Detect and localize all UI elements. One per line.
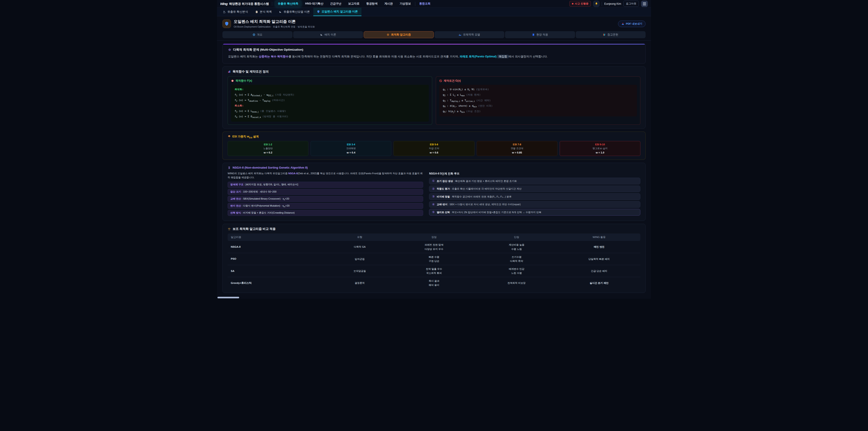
table-row-sa: SA 모의담금질 전역 탈출 우수국소최적 회피 매개변수 민감느린 수렴 긴급… bbox=[228, 265, 640, 277]
divider bbox=[217, 40, 651, 41]
nav-item-reports[interactable]: 보고자료 bbox=[345, 0, 362, 7]
app-logo[interactable]: Wing 해양환경 위기대응 통합시스템 bbox=[220, 2, 269, 6]
col-wing-usage: WING 활용 bbox=[558, 234, 640, 241]
esi-weight-value: w = 0.2 bbox=[229, 151, 307, 154]
esi-shore-type: 모래해변 bbox=[312, 147, 390, 150]
esi-card-5-6: ESI 5-6 자갈·조약 w = 0.6 bbox=[394, 141, 474, 156]
esi-card-3-4: ESI 3-4 모래해변 w = 0.4 bbox=[311, 141, 391, 156]
app-title: 해양환경 위기대응 통합시스템 bbox=[229, 2, 269, 6]
triangle-ruler-icon bbox=[320, 33, 323, 36]
esi-card-7-8: ESI 7-8 갯벌·조간대 w = 0.85 bbox=[477, 141, 557, 156]
wing-usage: 메인 엔진 bbox=[558, 241, 640, 253]
col-cons: 단점 bbox=[475, 234, 558, 241]
pdf-export-button[interactable]: PDF 내보내기 bbox=[618, 21, 646, 27]
tab-label: 배치 이론 bbox=[324, 33, 336, 37]
horizontal-scrollbar[interactable] bbox=[217, 297, 239, 298]
hamburger-menu-button[interactable] bbox=[641, 1, 648, 7]
incident-status-badge[interactable]: 사고 진행중 bbox=[569, 1, 591, 6]
algorithm-comparison-table: 알고리즘 유형 장점 단점 WING 활용 NSGA-II 다목적 GA 파레토… bbox=[228, 234, 640, 289]
algorithm-pros: 전역 탈출 우수국소최적 회피 bbox=[393, 265, 475, 277]
page-header: 오일펜스 배치 최적화 알고리즘 이론 Oil Boom Deployment … bbox=[217, 16, 651, 31]
nav-item-emergency-rescue[interactable]: 긴급구난 bbox=[327, 0, 344, 7]
tab-field-application[interactable]: 현장 적용 bbox=[505, 31, 575, 38]
algorithm-type: 모의담금질 bbox=[327, 265, 393, 277]
constraints-title: 제약조건 G(x) bbox=[439, 79, 637, 83]
page-subtitle: Oil Boom Deployment Optimization · 유출유 확… bbox=[234, 25, 315, 29]
main-menu: 유출유 확산예측 HNS·대기확산 긴급구난 보고자료 항공탐색 게시판 기상정… bbox=[275, 0, 433, 7]
hamburger-icon bbox=[643, 2, 646, 3]
constraints-code: g1 : U·sin(θi) ≤ Uc ∀i (임계유속) g2 : Σ Lj … bbox=[439, 85, 637, 116]
wing-logo-icon: Wing bbox=[220, 2, 228, 6]
tab-label: 유출유확산모델 이론 bbox=[283, 10, 310, 14]
tab-analysis-list[interactable]: 분석 목록 bbox=[252, 8, 275, 16]
nav-item-aerial-search[interactable]: 항공탐색 bbox=[364, 0, 380, 7]
nav-item-weather[interactable]: 기상정보 bbox=[397, 0, 414, 7]
algorithm-cons: 매개변수 민감느린 수렴 bbox=[475, 265, 558, 277]
nav-item-integrated-search[interactable]: 통합조회 bbox=[416, 0, 433, 7]
download-icon bbox=[621, 22, 624, 25]
notifications-button[interactable] bbox=[593, 1, 599, 7]
tab-overview[interactable]: 개요 bbox=[222, 31, 292, 38]
tab-boom-deployment-theory[interactable]: 오일펜스 배치 알고리즘 이론 bbox=[313, 8, 361, 16]
esi-shore-type: 갯벌·조간대 bbox=[478, 147, 556, 150]
intro-section-title: 다목적 최적화 문제 (Multi-Objective Optimization… bbox=[228, 48, 640, 52]
formula-g1: g1 : U·sin(θi) ≤ Uc ∀i (임계유속) bbox=[443, 87, 633, 92]
user-name: Eunjeong Kim bbox=[604, 2, 621, 5]
nsga2-section-title: NSGA-II (Non-dominated Sorting Genetic A… bbox=[228, 166, 423, 169]
evolution-loop-title: NSGA-II 5단계 진화 루프 bbox=[429, 172, 640, 176]
beach-umbrella-icon bbox=[228, 135, 231, 138]
formula-g2: g2 : Σ Lj ≤ Lmax (자원 한계) bbox=[443, 92, 633, 98]
logout-button[interactable]: 로그아웃 bbox=[623, 1, 639, 7]
formula-f1: f1 (x) = Σ Ablocked,i · wESI,i (가중 차단면적) bbox=[235, 92, 425, 98]
esi-shore-type: 노출암반 bbox=[229, 147, 307, 150]
bell-icon bbox=[595, 2, 598, 5]
tab-optimization-algorithm[interactable]: 최적화 알고리즘 bbox=[364, 31, 434, 38]
tab-deployment-theory[interactable]: 배치 이론 bbox=[293, 31, 363, 38]
table-header-row: 알고리즘 유형 장점 단점 WING 활용 bbox=[228, 234, 640, 241]
algorithm-pros: 빠른 수렴구현 단순 bbox=[393, 253, 475, 265]
books-icon bbox=[603, 33, 606, 36]
algorithm-name: NSGA-II bbox=[228, 241, 327, 253]
tab-oil-spill-analysis[interactable]: 유출유 확산분석 bbox=[219, 8, 252, 16]
esi-card-9-10: ESI 9-10 맹그로브·습지 w = 1.0 bbox=[560, 141, 640, 156]
wing-usage: 긴급 단순 배치 bbox=[558, 265, 640, 277]
tab-references[interactable]: 참고문헌 bbox=[576, 31, 646, 38]
formula-f2: f2 (x) = Tdeadline - Tdeploy (여유시간) bbox=[235, 98, 425, 103]
esi-range: ESI 9-10 bbox=[561, 143, 639, 146]
sub-tab-bar: 유출유 확산분석 분석 목록 유출유확산모델 이론 오일펜스 배치 알고리즘 이… bbox=[217, 8, 651, 16]
esi-range: ESI 3-4 bbox=[312, 143, 390, 146]
objectives-section-title: 목적함수 및 제약조건 정의 bbox=[228, 70, 640, 74]
tab-label: 현장 적용 bbox=[536, 33, 548, 37]
top-navigation: Wing 해양환경 위기대응 통합시스템 유출유 확산예측 HNS·대기확산 긴… bbox=[217, 0, 651, 8]
algorithm-cons: 조기수렴다목적 취약 bbox=[475, 253, 558, 265]
highlight-nsga2: NSGA-II bbox=[288, 172, 298, 175]
esi-section-title: ESI 가중치 wESI 설계 bbox=[228, 135, 640, 139]
dna-icon bbox=[228, 166, 231, 169]
multi-objective-intro-card: 다목적 최적화 문제 (Multi-Objective Optimization… bbox=[222, 43, 646, 63]
minimize-label: 최소화: bbox=[235, 103, 425, 109]
page-title: 오일펜스 배치 최적화 알고리즘 이론 bbox=[234, 19, 315, 24]
tab-label: 유체역학 모델 bbox=[463, 33, 480, 37]
tab-diffusion-model-theory[interactable]: 유출유확산모델 이론 bbox=[275, 8, 313, 16]
microscope-icon bbox=[223, 10, 226, 13]
highlight-pareto-optimal: 파레토 최적(Pareto Optimal) bbox=[460, 55, 496, 58]
tab-hydrodynamics-model[interactable]: 유체역학 모델 bbox=[434, 31, 504, 38]
esi-weight-value: w = 1.0 bbox=[561, 151, 639, 154]
esi-card-1-2: ESI 1-2 노출암반 w = 0.2 bbox=[228, 141, 308, 156]
bar-chart-icon bbox=[228, 70, 231, 73]
nav-item-hns-diffusion[interactable]: HNS·대기확산 bbox=[303, 0, 326, 7]
page-header-left: 오일펜스 배치 최적화 알고리즘 이론 Oil Boom Deployment … bbox=[222, 19, 315, 29]
algorithm-pros: 파레토 전면 탐색다양성 유지 우수 bbox=[393, 241, 475, 253]
esi-range: ESI 7-8 bbox=[478, 143, 556, 146]
table-row-greedy: Greedy+휴리스틱 결정론적 즉시 결과해석 용이 전역최적 미보장 실시간… bbox=[228, 277, 640, 289]
esi-range: ESI 1-2 bbox=[229, 143, 307, 146]
nav-item-oil-spill-prediction[interactable]: 유출유 확산예측 bbox=[275, 0, 301, 7]
comparison-section-title: 보조 최적화 알고리즘 비교 적용 bbox=[228, 227, 640, 231]
red-dot-icon bbox=[572, 3, 574, 4]
target-icon bbox=[231, 79, 234, 82]
esi-weight-value: w = 0.4 bbox=[312, 151, 390, 154]
objective-function-title: 목적함수 F(x) bbox=[231, 79, 429, 83]
algorithm-name: PSO bbox=[228, 253, 327, 265]
pdf-export-label: PDF 내보내기 bbox=[626, 22, 642, 26]
nav-item-board[interactable]: 게시판 bbox=[381, 0, 396, 7]
